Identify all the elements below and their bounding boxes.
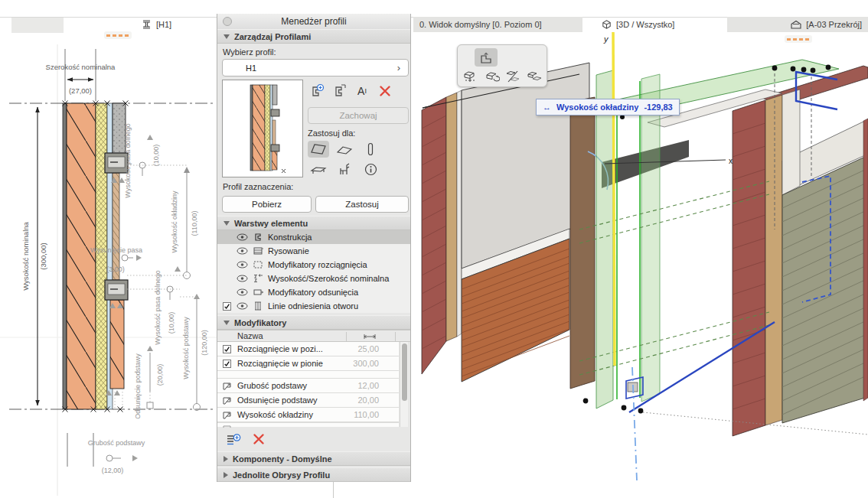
capture-profile-button[interactable]	[330, 83, 348, 99]
resize-arrow-icon: ↔	[543, 103, 551, 112]
fixing-bracket-bottom[interactable]	[105, 280, 128, 300]
modifier-row-cladding-height[interactable]: Wysokość okładziny 110,00	[217, 408, 399, 422]
section-label: Modyfikatory	[234, 318, 286, 327]
modifier-row-empty	[217, 371, 399, 379]
section-header-manage-profiles[interactable]: Zarządzaj Profilami	[217, 29, 410, 44]
tooltip-value: -129,83	[644, 103, 672, 112]
column-header-name[interactable]: Nazwa	[237, 331, 263, 340]
apply-roof-button[interactable]	[334, 141, 355, 158]
palette-multiply-tool[interactable]	[524, 68, 545, 85]
apply-wall-button[interactable]	[308, 141, 329, 158]
dim-width-label: Szerokość nominalna	[46, 63, 116, 71]
palette-move-tool[interactable]	[459, 68, 481, 85]
tooltip-label: Wysokość okładziny	[556, 103, 638, 112]
layer-row-mod-odsuniecia[interactable]: Modyfikatory odsunięcia	[217, 285, 410, 299]
modifier-value[interactable]: 110,00	[354, 410, 379, 419]
reference-lines-icon	[253, 301, 263, 311]
section-header-uniform-outlines[interactable]: Jednolite Obrysy Profilu	[217, 467, 410, 482]
eye-icon[interactable]	[237, 275, 248, 282]
section-header-modifiers[interactable]: Modyfikatory	[217, 315, 410, 330]
section-marker-icon	[790, 20, 802, 30]
rename-sup: I	[364, 87, 367, 95]
layer-row-linie-odniesienia[interactable]: Linie odniesienia otworu	[217, 299, 410, 313]
modifier-name: Rozciągnięcie w pionie	[237, 359, 323, 368]
delete-profile-button[interactable]	[376, 83, 394, 99]
modifier-row-base-thickness[interactable]: Grubość podstawy 12,00	[217, 379, 399, 393]
apply-object-button[interactable]	[334, 161, 355, 177]
layer-row-konstrukcja[interactable]: Konstrukcja	[217, 230, 410, 244]
new-profile-button[interactable]	[308, 83, 326, 99]
apply-button[interactable]: Zastosuj	[315, 196, 409, 213]
modifier-name: Wysokość okładziny	[237, 410, 313, 419]
palette-profile-tool[interactable]	[475, 48, 498, 67]
eye-icon[interactable]	[237, 233, 248, 241]
dim-cladding-value: (110,00)	[191, 211, 198, 236]
apply-beam-button[interactable]	[308, 161, 329, 177]
profile-manager-panel: Menedżer profili Zarządzaj Profilami Wyb…	[217, 14, 411, 482]
origin-x-marker	[282, 169, 286, 173]
rename-profile-button[interactable]: AI	[352, 83, 372, 99]
section-header-components[interactable]: Komponenty - Domyślne	[217, 451, 410, 466]
dim-base-thickness-value: (12,00)	[102, 467, 124, 474]
checkbox-checked[interactable]	[223, 360, 231, 368]
application-window: [H1] Szerokość nominalna (27,00)	[0, 0, 868, 498]
scrollbar-thumb[interactable]	[402, 343, 407, 401]
dim-base-height-value: (120,00)	[201, 330, 208, 356]
eye-icon[interactable]	[237, 302, 248, 310]
x-axis-label: x	[729, 157, 733, 165]
profile-preview	[222, 80, 303, 177]
modifier-value[interactable]: 12,00	[357, 381, 379, 390]
section-label: Jednolite Obrysy Profilu	[233, 470, 330, 480]
modifier-name: Rozciągnięcie w pozi...	[237, 344, 323, 353]
info-icon[interactable]	[360, 161, 381, 177]
checkbox-checked[interactable]	[223, 345, 231, 353]
dim-lower-band2-value: (10,00)	[168, 312, 175, 334]
section-label: Warstwy elementu	[234, 219, 308, 228]
panel-titlebar[interactable]: Menedżer profili	[217, 14, 410, 30]
delete-modifier-button[interactable]	[251, 432, 266, 446]
palette-mirror-tool[interactable]	[502, 68, 524, 85]
checkbox-checked[interactable]	[223, 302, 231, 311]
dim-cladding-label: Wysokość okładziny	[171, 190, 178, 252]
section-label: Zarządzaj Profilami	[234, 32, 311, 41]
save-button[interactable]: Zachowaj	[308, 107, 409, 124]
layer-row-rysowanie[interactable]: Rysowanie	[217, 244, 410, 258]
layer-row-nominal[interactable]: Wysokość/Szerokość nominalna	[217, 272, 410, 285]
modifier-value[interactable]: 20,00	[357, 395, 379, 405]
profile-select[interactable]: H1 ›	[222, 59, 409, 76]
eye-icon[interactable]	[237, 247, 248, 255]
tab-3d-view[interactable]: [3D / Wszystko]	[595, 17, 680, 32]
add-modifier-button[interactable]	[225, 431, 242, 447]
tab-section-a03[interactable]: [A-03 Przekrój]	[727, 17, 868, 32]
apply-column-button[interactable]	[360, 141, 381, 158]
get-button[interactable]: Pobierz	[222, 196, 312, 213]
layer-label: Modyfikatory odsunięcia	[268, 288, 358, 297]
eye-icon[interactable]	[237, 261, 248, 269]
modifiers-scrollbar[interactable]	[400, 342, 408, 427]
modifier-row-stretch-v[interactable]: Rozciągnięcie w pionie 300,00	[217, 356, 399, 371]
modifier-value[interactable]: 25,00	[357, 344, 379, 353]
profile-drawing: Szerokość nominalna (27,00) Wysokość nom…	[0, 0, 217, 498]
layer-row-mod-rozciagniecia[interactable]: Modyfikatory rozciągnięcia	[217, 258, 410, 272]
modifier-row-base-offset[interactable]: Odsunięcie podstawy 20,00	[217, 393, 399, 408]
width-column-icon[interactable]	[363, 334, 377, 340]
dim-band-offset-label: Wysunięcie pasa	[90, 246, 142, 254]
choose-profile-label: Wybierz profil:	[223, 47, 276, 57]
modifier-value[interactable]: 300,00	[353, 359, 379, 368]
layer-label: Wysokość/Szerokość nominalna	[268, 274, 389, 283]
layer-label: Rysowanie	[268, 246, 309, 256]
modifier-row-stretch-h[interactable]: Rozciągnięcie w pozi... 25,00	[217, 342, 399, 356]
modifier-tooltip: ↔ Wysokość okładziny -129,83	[536, 99, 680, 116]
3d-viewport: 0. Widok domyślny [0. Poziom 0] [3D / Ws…	[411, 0, 868, 498]
modifier-icon	[222, 410, 233, 420]
layer-label: Modyfikatory rozciągnięcia	[268, 260, 367, 269]
section-header-element-layers[interactable]: Warstwy elementu	[217, 216, 410, 230]
collapse-triangle-icon	[224, 221, 230, 226]
tab-plan-view[interactable]: 0. Widok domyślny [0. Poziom 0]	[413, 17, 582, 32]
modifier-row-partial	[217, 422, 399, 428]
dim-width-value: (27,00)	[69, 86, 92, 95]
dim-lower-band1-value: (10,00)	[152, 145, 160, 167]
eye-icon[interactable]	[237, 288, 248, 296]
palette-rotate-tool[interactable]	[481, 68, 502, 85]
apply-for-label: Zastosuj dla:	[308, 129, 355, 138]
